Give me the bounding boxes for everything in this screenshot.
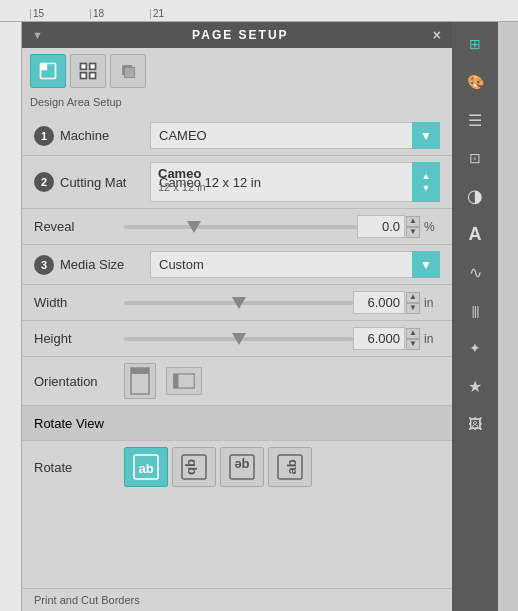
orientation-row: Orientation xyxy=(22,356,452,405)
rotate-button-0[interactable]: ab xyxy=(124,447,168,487)
image-tool-button[interactable]: 🖼 xyxy=(456,406,494,442)
width-slider-area xyxy=(124,301,353,305)
rotate-label: Rotate xyxy=(34,460,124,475)
tab-grid[interactable] xyxy=(70,54,106,88)
width-row: Width ▲ ▼ in xyxy=(22,284,452,320)
svg-text:qe: qe xyxy=(234,458,249,473)
panel-titlebar: ▼ PAGE SETUP × xyxy=(22,22,452,48)
svg-rect-9 xyxy=(131,368,149,374)
rotate-button-2[interactable]: qe xyxy=(220,447,264,487)
cursor-tool-button[interactable]: ✦ xyxy=(456,330,494,366)
height-slider-thumb[interactable] xyxy=(232,333,246,345)
svg-rect-1 xyxy=(41,64,48,71)
reveal-decrement-button[interactable]: ▼ xyxy=(406,227,420,238)
svg-rect-5 xyxy=(90,73,96,79)
media-size-row: 3 Media Size Custom ▼ xyxy=(22,244,452,284)
star-tool-button[interactable]: ★ xyxy=(456,368,494,404)
reveal-spinner-controls: ▲ ▼ xyxy=(406,216,420,238)
cutting-mat-select[interactable]: Cameo 12 x 12 in xyxy=(150,162,440,202)
palette-tool-button[interactable]: 🎨 xyxy=(456,64,494,100)
panel-close-button[interactable]: × xyxy=(433,27,442,43)
reveal-label: Reveal xyxy=(34,219,124,234)
text-tool-button[interactable]: A xyxy=(456,216,494,252)
machine-step: 1 xyxy=(34,126,54,146)
media-size-dropdown-wrapper: Custom ▼ xyxy=(150,251,440,278)
rotate-button-3[interactable]: ab xyxy=(268,447,312,487)
ruler-mark-18: 18 xyxy=(90,9,150,19)
machine-dropdown-wrapper: CAMEO ▼ xyxy=(150,122,440,149)
rotate-view-section: Rotate View xyxy=(22,405,452,441)
width-unit: in xyxy=(424,296,440,310)
circle-tool-button[interactable]: ◑ xyxy=(456,178,494,214)
rotate-view-label: Rotate View xyxy=(34,416,104,431)
cutting-mat-dropdown-wrapper: Cameo 12 x 12 in ▲ ▼ Cameo 12 x 12 in xyxy=(150,162,440,202)
height-spinner-controls: ▲ ▼ xyxy=(406,328,420,350)
width-decrement-button[interactable]: ▼ xyxy=(406,303,420,314)
grid-tool-button[interactable]: ⊡ xyxy=(456,140,494,176)
right-toolbar: ⊞ 🎨 ☰ ⊡ ◑ A ∿ ||| ✦ ★ 🖼 xyxy=(452,22,498,611)
width-increment-button[interactable]: ▲ xyxy=(406,292,420,303)
width-slider-thumb[interactable] xyxy=(232,297,246,309)
svg-rect-2 xyxy=(81,64,87,70)
svg-rect-4 xyxy=(81,73,87,79)
reveal-unit: % xyxy=(424,220,440,234)
cutting-mat-label: Cutting Mat xyxy=(60,175,150,190)
reveal-slider-thumb[interactable] xyxy=(187,221,201,233)
machine-select[interactable]: CAMEO xyxy=(150,122,440,149)
svg-rect-7 xyxy=(125,68,135,78)
machine-row: 1 Machine CAMEO ▼ xyxy=(22,116,452,155)
tab-row xyxy=(22,48,452,94)
ruler-mark-15: 15 xyxy=(30,9,90,19)
svg-rect-11 xyxy=(174,374,179,388)
svg-text:ab: ab xyxy=(284,459,299,474)
svg-rect-3 xyxy=(90,64,96,70)
reveal-input[interactable] xyxy=(357,215,405,238)
height-label: Height xyxy=(34,331,124,346)
width-label: Width xyxy=(34,295,124,310)
ruler-left xyxy=(0,22,22,611)
media-size-select[interactable]: Custom xyxy=(150,251,440,278)
ruler-top: 15 18 21 xyxy=(0,0,518,22)
height-input[interactable] xyxy=(353,327,405,350)
ruler-mark-21: 21 xyxy=(150,9,210,19)
width-spinner-controls: ▲ ▼ xyxy=(406,292,420,314)
reveal-slider-track[interactable] xyxy=(124,225,357,229)
reveal-row: Reveal ▲ ▼ % xyxy=(22,208,452,244)
panel-footer: Print and Cut Borders xyxy=(22,588,452,611)
height-increment-button[interactable]: ▲ xyxy=(406,328,420,339)
height-unit: in xyxy=(424,332,440,346)
page-setup-panel: ▼ PAGE SETUP × Design Area Setup 1 Machi… xyxy=(22,22,452,611)
footer-label: Print and Cut Borders xyxy=(34,594,140,606)
svg-text:qb: qb xyxy=(185,459,200,475)
orientation-landscape-button[interactable] xyxy=(166,367,202,395)
svg-text:ab: ab xyxy=(138,461,153,476)
tab-shadow[interactable] xyxy=(110,54,146,88)
width-input[interactable] xyxy=(353,291,405,314)
orientation-portrait-button[interactable] xyxy=(124,363,156,399)
height-slider-track[interactable] xyxy=(124,337,353,341)
orientation-area xyxy=(124,363,202,399)
tab-design-area[interactable] xyxy=(30,54,66,88)
height-slider-area xyxy=(124,337,353,341)
rotate-button-1[interactable]: qb xyxy=(172,447,216,487)
bars-tool-button[interactable]: ||| xyxy=(456,292,494,328)
machine-label: Machine xyxy=(60,128,150,143)
cutting-mat-row: 2 Cutting Mat Cameo 12 x 12 in ▲ ▼ Cameo… xyxy=(22,155,452,208)
panel-title-arrow: ▼ xyxy=(32,29,44,41)
panel-content: 1 Machine CAMEO ▼ 2 Cutting Mat Cameo 12… xyxy=(22,112,452,588)
rotate-row: Rotate ab qb xyxy=(22,441,452,493)
rotate-buttons-area: ab qb qe xyxy=(124,447,312,487)
width-slider-track[interactable] xyxy=(124,301,353,305)
media-size-label: Media Size xyxy=(60,257,150,272)
height-row: Height ▲ ▼ in xyxy=(22,320,452,356)
reveal-increment-button[interactable]: ▲ xyxy=(406,216,420,227)
lines-tool-button[interactable]: ☰ xyxy=(456,102,494,138)
height-decrement-button[interactable]: ▼ xyxy=(406,339,420,350)
orientation-label: Orientation xyxy=(34,374,124,389)
reveal-slider-area xyxy=(124,225,357,229)
pixel-tool-button[interactable]: ⊞ xyxy=(456,26,494,62)
media-size-step: 3 xyxy=(34,255,54,275)
section-design-area-label: Design Area Setup xyxy=(22,94,452,112)
wave-tool-button[interactable]: ∿ xyxy=(456,254,494,290)
panel-title: PAGE SETUP xyxy=(48,28,433,42)
